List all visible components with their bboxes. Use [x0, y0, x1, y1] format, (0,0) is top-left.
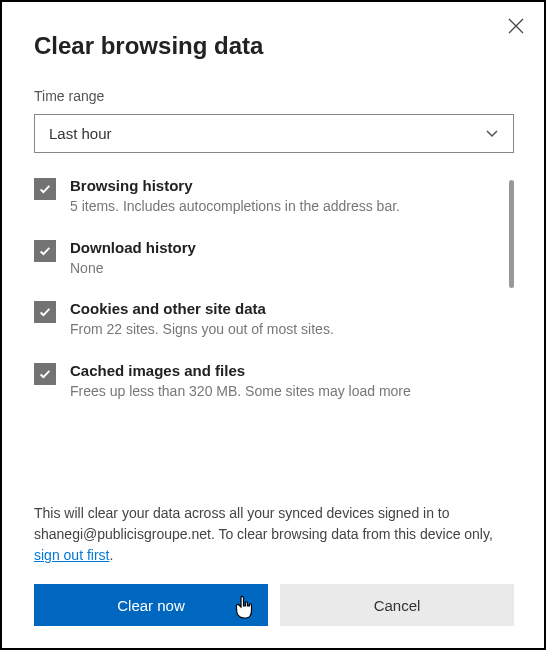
footer-after: . — [109, 547, 113, 563]
option-desc: 5 items. Includes autocompletions in the… — [70, 197, 496, 217]
checkbox-download-history[interactable] — [34, 240, 56, 262]
time-range-select[interactable]: Last hour — [34, 114, 514, 153]
scrollbar-thumb[interactable] — [509, 180, 514, 288]
close-button[interactable] — [502, 12, 530, 40]
dialog-buttons: Clear now Cancel — [34, 584, 514, 626]
options-scroll-area: Browsing history 5 items. Includes autoc… — [34, 177, 514, 499]
checkbox-browsing-history[interactable] — [34, 178, 56, 200]
sync-warning-text: This will clear your data across all you… — [34, 503, 514, 566]
time-range-value: Last hour — [49, 125, 112, 142]
footer-before: This will clear your data across all you… — [34, 505, 493, 542]
checkbox-cached[interactable] — [34, 363, 56, 385]
check-icon — [38, 305, 52, 319]
option-cookies: Cookies and other site data From 22 site… — [34, 300, 496, 340]
clear-now-button[interactable]: Clear now — [34, 584, 268, 626]
option-browsing-history: Browsing history 5 items. Includes autoc… — [34, 177, 496, 217]
close-icon — [508, 18, 524, 34]
option-desc: None — [70, 259, 496, 279]
option-title: Browsing history — [70, 177, 496, 194]
chevron-down-icon — [485, 126, 499, 142]
check-icon — [38, 244, 52, 258]
option-title: Download history — [70, 239, 496, 256]
dialog-title: Clear browsing data — [34, 32, 514, 60]
cancel-button[interactable]: Cancel — [280, 584, 514, 626]
option-title: Cached images and files — [70, 362, 496, 379]
check-icon — [38, 367, 52, 381]
option-download-history: Download history None — [34, 239, 496, 279]
option-desc: Frees up less than 320 MB. Some sites ma… — [70, 382, 496, 402]
cancel-label: Cancel — [374, 597, 421, 614]
time-range-label: Time range — [34, 88, 514, 104]
check-icon — [38, 182, 52, 196]
pointer-cursor-icon — [232, 594, 254, 623]
sign-out-link[interactable]: sign out first — [34, 547, 109, 563]
clear-browsing-data-dialog: Clear browsing data Time range Last hour… — [2, 2, 544, 648]
clear-now-label: Clear now — [117, 597, 185, 614]
option-title: Cookies and other site data — [70, 300, 496, 317]
option-cached: Cached images and files Frees up less th… — [34, 362, 496, 402]
option-desc: From 22 sites. Signs you out of most sit… — [70, 320, 496, 340]
checkbox-cookies[interactable] — [34, 301, 56, 323]
